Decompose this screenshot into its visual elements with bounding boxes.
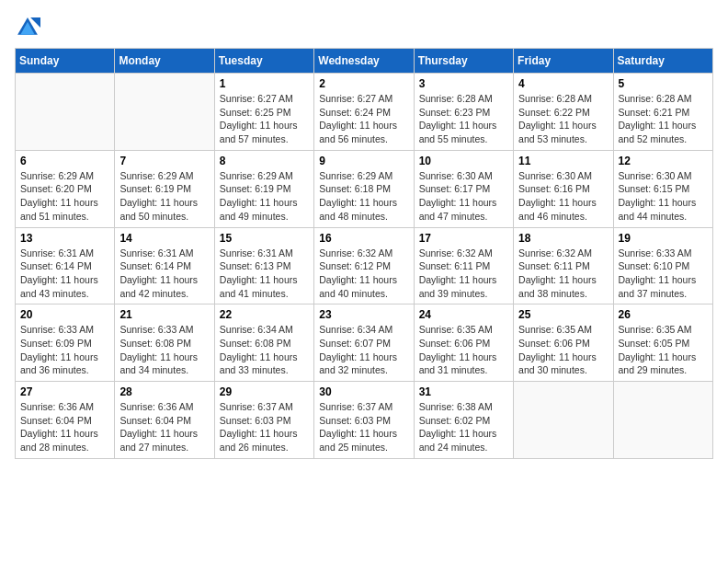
calendar-cell: 6Sunrise: 6:29 AM Sunset: 6:20 PM Daylig… xyxy=(16,150,115,227)
day-info: Sunrise: 6:28 AM Sunset: 6:21 PM Dayligh… xyxy=(619,92,708,146)
calendar-cell: 29Sunrise: 6:37 AM Sunset: 6:03 PM Dayli… xyxy=(214,382,313,459)
day-info: Sunrise: 6:27 AM Sunset: 6:24 PM Dayligh… xyxy=(319,92,408,146)
calendar-cell: 31Sunrise: 6:38 AM Sunset: 6:02 PM Dayli… xyxy=(414,382,513,459)
day-info: Sunrise: 6:36 AM Sunset: 6:04 PM Dayligh… xyxy=(119,400,209,454)
calendar-cell: 28Sunrise: 6:36 AM Sunset: 6:04 PM Dayli… xyxy=(115,382,214,459)
calendar-cell: 23Sunrise: 6:34 AM Sunset: 6:07 PM Dayli… xyxy=(314,304,414,382)
day-info: Sunrise: 6:29 AM Sunset: 6:19 PM Dayligh… xyxy=(119,169,209,224)
calendar-table: SundayMondayTuesdayWednesdayThursdayFrid… xyxy=(15,48,713,459)
day-number: 27 xyxy=(20,385,109,398)
day-number: 18 xyxy=(518,232,608,245)
day-number: 17 xyxy=(419,232,508,245)
day-number: 13 xyxy=(20,232,109,245)
calendar-cell: 15Sunrise: 6:31 AM Sunset: 6:13 PM Dayli… xyxy=(214,227,313,304)
calendar-cell: 16Sunrise: 6:32 AM Sunset: 6:12 PM Dayli… xyxy=(314,227,414,304)
calendar-cell: 5Sunrise: 6:28 AM Sunset: 6:21 PM Daylig… xyxy=(613,74,712,151)
calendar-cell: 4Sunrise: 6:28 AM Sunset: 6:22 PM Daylig… xyxy=(514,74,613,151)
day-info: Sunrise: 6:35 AM Sunset: 6:05 PM Dayligh… xyxy=(619,323,708,377)
day-info: Sunrise: 6:30 AM Sunset: 6:17 PM Dayligh… xyxy=(419,169,508,224)
calendar-cell xyxy=(115,74,214,151)
weekday-header: Thursday xyxy=(414,49,513,74)
day-number: 10 xyxy=(419,155,508,167)
day-info: Sunrise: 6:30 AM Sunset: 6:15 PM Dayligh… xyxy=(619,169,708,224)
calendar-cell: 12Sunrise: 6:30 AM Sunset: 6:15 PM Dayli… xyxy=(613,150,712,227)
day-info: Sunrise: 6:37 AM Sunset: 6:03 PM Dayligh… xyxy=(319,400,408,454)
calendar-header-row: SundayMondayTuesdayWednesdayThursdayFrid… xyxy=(16,49,713,74)
calendar-cell: 18Sunrise: 6:32 AM Sunset: 6:11 PM Dayli… xyxy=(514,227,613,304)
day-info: Sunrise: 6:31 AM Sunset: 6:14 PM Dayligh… xyxy=(119,247,209,301)
calendar-cell: 17Sunrise: 6:32 AM Sunset: 6:11 PM Dayli… xyxy=(414,227,513,304)
day-number: 5 xyxy=(619,77,708,90)
day-number: 15 xyxy=(220,232,309,245)
day-info: Sunrise: 6:32 AM Sunset: 6:11 PM Dayligh… xyxy=(518,247,608,301)
day-number: 11 xyxy=(518,155,608,167)
day-number: 25 xyxy=(518,308,608,321)
day-info: Sunrise: 6:35 AM Sunset: 6:06 PM Dayligh… xyxy=(518,323,608,377)
day-info: Sunrise: 6:31 AM Sunset: 6:14 PM Dayligh… xyxy=(20,247,109,301)
calendar-cell: 22Sunrise: 6:34 AM Sunset: 6:08 PM Dayli… xyxy=(214,304,313,382)
day-number: 14 xyxy=(119,232,209,245)
day-number: 8 xyxy=(220,155,309,167)
day-info: Sunrise: 6:36 AM Sunset: 6:04 PM Dayligh… xyxy=(20,400,109,454)
day-number: 29 xyxy=(220,385,309,398)
day-info: Sunrise: 6:34 AM Sunset: 6:08 PM Dayligh… xyxy=(220,323,309,377)
calendar-cell: 8Sunrise: 6:29 AM Sunset: 6:19 PM Daylig… xyxy=(214,150,313,227)
page-header xyxy=(15,15,713,40)
weekday-header: Sunday xyxy=(16,49,115,74)
day-number: 23 xyxy=(319,308,408,321)
calendar-cell: 26Sunrise: 6:35 AM Sunset: 6:05 PM Dayli… xyxy=(613,304,712,382)
day-info: Sunrise: 6:27 AM Sunset: 6:25 PM Dayligh… xyxy=(220,92,309,146)
calendar-cell: 10Sunrise: 6:30 AM Sunset: 6:17 PM Dayli… xyxy=(414,150,513,227)
day-info: Sunrise: 6:33 AM Sunset: 6:10 PM Dayligh… xyxy=(619,247,708,301)
logo-icon xyxy=(15,15,40,40)
day-number: 19 xyxy=(619,232,708,245)
day-info: Sunrise: 6:34 AM Sunset: 6:07 PM Dayligh… xyxy=(319,323,408,377)
day-info: Sunrise: 6:28 AM Sunset: 6:23 PM Dayligh… xyxy=(419,92,508,146)
calendar-cell: 2Sunrise: 6:27 AM Sunset: 6:24 PM Daylig… xyxy=(314,74,414,151)
calendar-week-row: 1Sunrise: 6:27 AM Sunset: 6:25 PM Daylig… xyxy=(16,74,713,151)
day-info: Sunrise: 6:37 AM Sunset: 6:03 PM Dayligh… xyxy=(220,400,309,454)
calendar-week-row: 6Sunrise: 6:29 AM Sunset: 6:20 PM Daylig… xyxy=(16,150,713,227)
day-number: 26 xyxy=(619,308,708,321)
calendar-cell xyxy=(514,382,613,459)
weekday-header: Friday xyxy=(514,49,613,74)
day-number: 9 xyxy=(319,155,408,167)
calendar-week-row: 20Sunrise: 6:33 AM Sunset: 6:09 PM Dayli… xyxy=(16,304,713,382)
calendar-week-row: 13Sunrise: 6:31 AM Sunset: 6:14 PM Dayli… xyxy=(16,227,713,304)
day-info: Sunrise: 6:29 AM Sunset: 6:20 PM Dayligh… xyxy=(20,169,109,224)
day-number: 16 xyxy=(319,232,408,245)
calendar-cell: 9Sunrise: 6:29 AM Sunset: 6:18 PM Daylig… xyxy=(314,150,414,227)
day-info: Sunrise: 6:29 AM Sunset: 6:18 PM Dayligh… xyxy=(319,169,408,224)
day-info: Sunrise: 6:32 AM Sunset: 6:11 PM Dayligh… xyxy=(419,247,508,301)
calendar-cell: 25Sunrise: 6:35 AM Sunset: 6:06 PM Dayli… xyxy=(514,304,613,382)
day-number: 31 xyxy=(419,385,508,398)
calendar-cell: 30Sunrise: 6:37 AM Sunset: 6:03 PM Dayli… xyxy=(314,382,414,459)
calendar-cell: 3Sunrise: 6:28 AM Sunset: 6:23 PM Daylig… xyxy=(414,74,513,151)
logo xyxy=(15,15,44,40)
day-number: 1 xyxy=(220,77,309,90)
calendar-week-row: 27Sunrise: 6:36 AM Sunset: 6:04 PM Dayli… xyxy=(16,382,713,459)
calendar-cell: 21Sunrise: 6:33 AM Sunset: 6:08 PM Dayli… xyxy=(115,304,214,382)
day-number: 20 xyxy=(20,308,109,321)
day-number: 12 xyxy=(619,155,708,167)
day-info: Sunrise: 6:33 AM Sunset: 6:08 PM Dayligh… xyxy=(119,323,209,377)
day-info: Sunrise: 6:38 AM Sunset: 6:02 PM Dayligh… xyxy=(419,400,508,454)
day-info: Sunrise: 6:31 AM Sunset: 6:13 PM Dayligh… xyxy=(220,247,309,301)
calendar-cell: 19Sunrise: 6:33 AM Sunset: 6:10 PM Dayli… xyxy=(613,227,712,304)
weekday-header: Monday xyxy=(115,49,214,74)
weekday-header: Wednesday xyxy=(314,49,414,74)
day-number: 28 xyxy=(119,385,209,398)
calendar-cell xyxy=(16,74,115,151)
day-number: 30 xyxy=(319,385,408,398)
day-number: 21 xyxy=(119,308,209,321)
calendar-cell: 14Sunrise: 6:31 AM Sunset: 6:14 PM Dayli… xyxy=(115,227,214,304)
day-number: 3 xyxy=(419,77,508,90)
day-info: Sunrise: 6:32 AM Sunset: 6:12 PM Dayligh… xyxy=(319,247,408,301)
day-info: Sunrise: 6:30 AM Sunset: 6:16 PM Dayligh… xyxy=(518,169,608,224)
calendar-cell: 7Sunrise: 6:29 AM Sunset: 6:19 PM Daylig… xyxy=(115,150,214,227)
calendar-cell: 13Sunrise: 6:31 AM Sunset: 6:14 PM Dayli… xyxy=(16,227,115,304)
day-number: 6 xyxy=(20,155,109,167)
calendar-cell: 27Sunrise: 6:36 AM Sunset: 6:04 PM Dayli… xyxy=(16,382,115,459)
weekday-header: Saturday xyxy=(613,49,712,74)
calendar-cell: 11Sunrise: 6:30 AM Sunset: 6:16 PM Dayli… xyxy=(514,150,613,227)
